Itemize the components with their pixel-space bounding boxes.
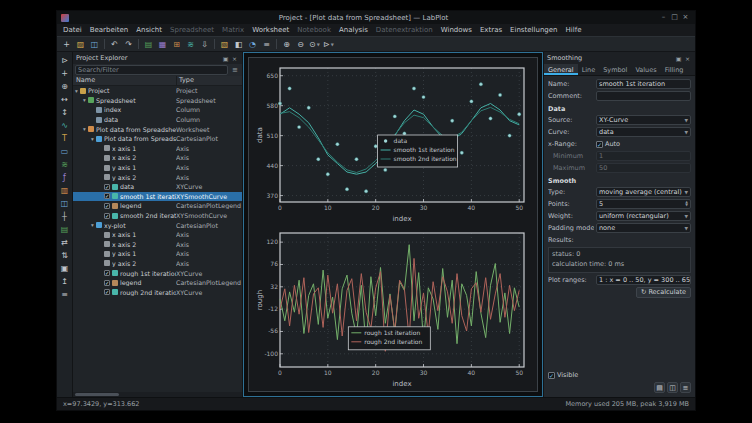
recalculate-button[interactable]: ↻ Recalculate [636, 287, 691, 298]
visibility-checkbox[interactable]: ✓ [104, 193, 110, 199]
tab-symbol[interactable]: Symbol [599, 64, 631, 75]
tree-row[interactable]: x axis 2Axis [73, 153, 242, 163]
plot-ranges-select[interactable]: 1 : x = 0 .. 50, y = 300 .. 650 ▼ [596, 275, 691, 285]
search-input[interactable] [75, 65, 228, 75]
new-spreadsheet-icon[interactable]: ▤ [142, 38, 155, 51]
menu-datenextraktion[interactable]: Datenextraktion [372, 24, 437, 36]
import-icon[interactable]: ⇩ [198, 38, 211, 51]
tree-row[interactable]: y axis 2Axis [73, 172, 242, 182]
visibility-checkbox[interactable]: ✓ [104, 203, 110, 209]
menu-worksheet[interactable]: Worksheet [248, 24, 293, 36]
menu-notebook[interactable]: Notebook [293, 24, 335, 36]
export-icon[interactable]: ↥ [59, 275, 71, 287]
new-folder-icon[interactable]: ▧ [218, 38, 231, 51]
new-matrix-icon[interactable]: ▦ [156, 38, 169, 51]
collapse-icon[interactable]: ▾ [89, 136, 96, 142]
visibility-checkbox[interactable]: ✓ [104, 289, 110, 295]
minimize-button[interactable]: – [658, 11, 669, 24]
shift-left-icon[interactable]: ⇄ [59, 236, 71, 248]
undo-icon[interactable]: ↶ [108, 38, 121, 51]
tree-column-header[interactable]: Name Type [73, 76, 242, 86]
new-worksheet-icon[interactable]: ⊞ [170, 38, 183, 51]
float-dock-icon[interactable]: ▣ [674, 55, 683, 62]
add-equation-icon[interactable]: ƒ [59, 171, 71, 183]
crosshair-tool-icon[interactable]: + [59, 67, 71, 79]
tree-row[interactable]: y axis 1Axis [73, 163, 242, 173]
tree-row[interactable]: indexColumn [73, 105, 242, 115]
menu-spreadsheet[interactable]: Spreadsheet [166, 24, 218, 36]
source-select[interactable]: XY-Curve ▼ [596, 115, 691, 125]
new-script-icon[interactable]: ≡ [260, 38, 273, 51]
name-input[interactable] [596, 79, 691, 89]
close-dock-icon[interactable]: × [230, 55, 239, 62]
maximum-input[interactable] [596, 163, 691, 173]
tree-row[interactable]: ▾Plot data from SpreadsheetCartesianPlot [73, 134, 242, 144]
tree-row[interactable]: ✓smooth 2nd iterationXYSmoothCurve [73, 211, 242, 221]
tab-filling[interactable]: Filling [661, 64, 688, 75]
tree-row[interactable]: ▾ProjectProject [73, 86, 242, 96]
pointer-mode-icon[interactable]: ⊳▼ [322, 38, 335, 51]
type-select[interactable]: moving average (central) ▼ [596, 187, 691, 197]
tab-general[interactable]: General [544, 64, 578, 75]
tree-row[interactable]: ✓dataXYCurve [73, 182, 242, 192]
curve-select[interactable]: data ▼ [596, 127, 691, 137]
explorer-hscrollbar[interactable] [73, 392, 242, 397]
zoom-select-tool-icon[interactable]: ⊕ [59, 80, 71, 92]
tree-row[interactable]: dataColumn [73, 115, 242, 125]
visibility-checkbox[interactable]: ✓ [104, 184, 110, 190]
tree-row[interactable]: y axis 2Axis [73, 259, 242, 269]
filter-options-icon[interactable]: ≡ [230, 66, 240, 74]
minimum-input[interactable] [596, 151, 691, 161]
menu-ansicht[interactable]: Ansicht [132, 24, 166, 36]
auto-scale-icon[interactable]: ▣ [59, 262, 71, 274]
add-image-icon[interactable]: ▭ [59, 145, 71, 157]
column-header-type[interactable]: Type [176, 76, 242, 85]
dock-options-icon[interactable]: ≡ [680, 382, 691, 393]
zoom-x-tool-icon[interactable]: ↔ [59, 93, 71, 105]
zoom-out-icon[interactable]: ⊖ [294, 38, 307, 51]
comment-input[interactable] [596, 91, 691, 101]
select-tool-icon[interactable]: ⊳ [59, 54, 71, 66]
spin-arrows-icon[interactable]: ▲▼ [685, 201, 688, 208]
tab-values[interactable]: Values [631, 64, 660, 75]
save-project-icon[interactable]: ◫ [88, 38, 101, 51]
padding-select[interactable]: none ▼ [596, 223, 691, 233]
add-histogram-icon[interactable]: ▥ [59, 184, 71, 196]
menu-windows[interactable]: Windows [437, 24, 476, 36]
tree-row[interactable]: y axis 1Axis [73, 249, 242, 259]
zoom-mode-icon[interactable]: ⊙▼ [308, 38, 321, 51]
add-plot-icon[interactable]: ∿ [59, 119, 71, 131]
datapicker-icon[interactable]: ◔ [246, 38, 259, 51]
tree-row[interactable]: ✓legendCartesianPlotLegend [73, 278, 242, 288]
maximize-button[interactable]: □ [669, 11, 680, 24]
plot-xy-rough[interactable]: 010203040501207632-12-56-100indexroughro… [255, 227, 531, 388]
collapse-icon[interactable]: ▾ [73, 88, 80, 94]
tree-row[interactable]: x axis 1Axis [73, 230, 242, 240]
tree-row[interactable]: x axis 1Axis [73, 144, 242, 154]
visibility-checkbox[interactable]: ✓ [104, 280, 110, 286]
plot-data-from-spreadsheet[interactable]: 01020304050650580510440370indexdatadatas… [255, 62, 531, 223]
scrollbar-thumb[interactable] [75, 393, 119, 396]
tree-row[interactable]: ✓rough 1st iterationXYCurve [73, 268, 242, 278]
tree-row[interactable]: ✓smooth 1st iterationXYSmoothCurve [73, 192, 242, 202]
points-spinner[interactable]: 5 ▲▼ [596, 199, 691, 209]
visible-checkbox[interactable]: ✓ [548, 372, 555, 379]
open-project-icon[interactable]: ▨ [74, 38, 87, 51]
new-workbook-icon[interactable]: ◧ [232, 38, 245, 51]
visibility-checkbox[interactable]: ✓ [104, 213, 110, 219]
menu-bearbeiten[interactable]: Bearbeiten [86, 24, 132, 36]
close-dock-icon[interactable]: × [683, 55, 692, 62]
tree-row[interactable]: x axis 2Axis [73, 240, 242, 250]
tab-line[interactable]: Line [578, 64, 600, 75]
menu-datei[interactable]: Datei [59, 24, 86, 36]
zoom-y-tool-icon[interactable]: ↕ [59, 106, 71, 118]
collapse-icon[interactable]: ▾ [81, 126, 88, 132]
menu-hilfe[interactable]: Hilfe [562, 24, 586, 36]
tree-row[interactable]: ✓legendCartesianPlotLegend [73, 201, 242, 211]
tree-row[interactable]: ▾Plot data from SpreadsheetWorksheet [73, 124, 242, 134]
float-dock-icon[interactable]: ▣ [221, 55, 230, 62]
new-notebook-icon[interactable]: ≋ [184, 38, 197, 51]
visibility-checkbox[interactable]: ✓ [104, 270, 110, 276]
load-template-icon[interactable]: ▤ [654, 382, 665, 393]
shift-up-icon[interactable]: ⇅ [59, 249, 71, 261]
